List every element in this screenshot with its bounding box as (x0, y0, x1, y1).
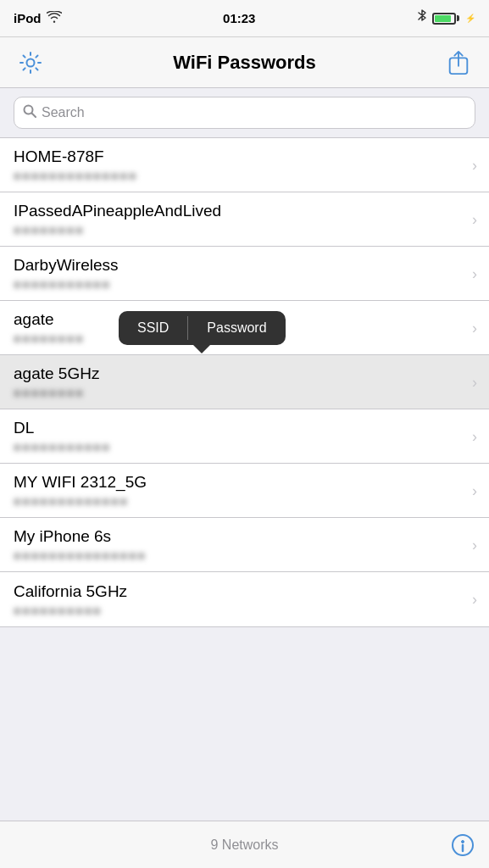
network-password: ●●●●●●●●●● (14, 604, 475, 617)
network-password: ●●●●●●●●●●●●●● (14, 169, 475, 182)
page-title: WiFi Passwords (47, 52, 442, 74)
list-item[interactable]: HOME-878F ●●●●●●●●●●●●●● › (0, 138, 489, 192)
content-area: HOME-878F ●●●●●●●●●●●●●● › IPassedAPinea… (0, 88, 489, 675)
charging-icon: ⚡ (465, 14, 475, 23)
svg-point-0 (27, 58, 35, 66)
network-name: California 5GHz (14, 582, 475, 601)
list-item[interactable]: agate ●●●●●●●● › SSID Password (0, 301, 489, 355)
list-item[interactable]: My iPhone 6s ●●●●●●●●●●●●●●● › (0, 518, 489, 572)
carrier-label: iPod (14, 11, 42, 25)
footer: 9 Networks (0, 821, 489, 868)
chevron-right-icon: › (472, 210, 477, 228)
list-item[interactable]: agate 5GHz ●●●●●●●● › (0, 355, 489, 409)
nav-bar: WiFi Passwords (0, 37, 489, 88)
network-password: ●●●●●●●●●●●●●●● (14, 548, 475, 562)
chevron-right-icon: › (472, 591, 477, 609)
list-item[interactable]: DL ●●●●●●●●●●● › (0, 409, 489, 464)
status-bar: iPod 01:23 ⚡ (0, 0, 489, 37)
chevron-right-icon: › (472, 264, 477, 282)
chevron-right-icon: › (472, 319, 477, 337)
network-name: My iPhone 6s (14, 527, 475, 546)
list-item[interactable]: IPassedAPineappleAndLived ●●●●●●●● › (0, 192, 489, 247)
search-input[interactable] (42, 105, 466, 120)
network-name: MY WIFI 2312_5G (14, 473, 475, 492)
svg-line-3 (32, 114, 36, 118)
share-button[interactable] (442, 46, 475, 80)
tooltip-password-button[interactable]: Password (188, 311, 285, 345)
context-tooltip: SSID Password (119, 311, 286, 345)
list-item[interactable]: California 5GHz ●●●●●●●●●● › (0, 572, 489, 626)
status-right: ⚡ (417, 9, 475, 27)
search-bar[interactable] (14, 97, 475, 129)
network-password: ●●●●●●●● (14, 223, 475, 236)
network-list: HOME-878F ●●●●●●●●●●●●●● › IPassedAPinea… (0, 137, 489, 627)
settings-button[interactable] (14, 46, 47, 80)
search-icon (23, 104, 36, 121)
chevron-right-icon: › (472, 427, 477, 445)
svg-point-5 (462, 840, 464, 843)
network-name: HOME-878F (14, 147, 475, 166)
network-password: ●●●●●●●● (14, 386, 475, 399)
chevron-right-icon: › (472, 156, 477, 174)
battery-icon (432, 13, 459, 25)
info-button[interactable] (450, 832, 475, 858)
network-password: ●●●●●●●●●●●●● (14, 494, 475, 508)
tooltip-ssid-button[interactable]: SSID (119, 311, 187, 345)
status-left: iPod (14, 11, 62, 25)
network-count-label: 9 Networks (210, 837, 278, 853)
network-password: ●●●●●●●●●●● (14, 277, 475, 291)
list-item[interactable]: DarbyWireless ●●●●●●●●●●● › (0, 247, 489, 301)
chevron-right-icon: › (472, 373, 477, 391)
network-name: IPassedAPineappleAndLived (14, 202, 475, 220)
bluetooth-icon (417, 9, 427, 27)
network-name: agate 5GHz (14, 364, 475, 383)
list-item[interactable]: MY WIFI 2312_5G ●●●●●●●●●●●●● › (0, 464, 489, 518)
wifi-icon (47, 11, 62, 25)
search-section (0, 88, 489, 137)
network-name: DarbyWireless (14, 256, 475, 275)
chevron-right-icon: › (472, 481, 477, 499)
network-name: DL (14, 419, 475, 437)
status-time: 01:23 (223, 11, 255, 25)
network-password: ●●●●●●●●●●● (14, 440, 475, 453)
chevron-right-icon: › (472, 536, 477, 554)
